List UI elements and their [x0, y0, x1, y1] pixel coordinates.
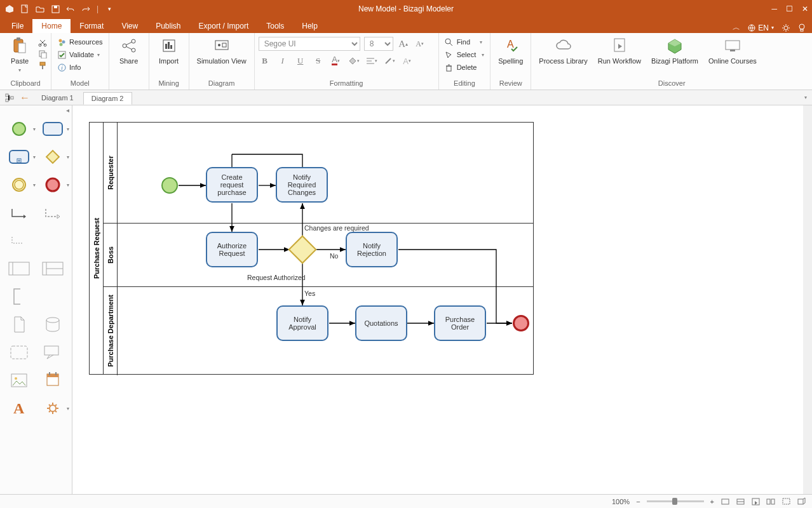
bizagi-platform-button[interactable]: Bizagi Platform: [647, 36, 702, 66]
palette-association[interactable]: [6, 231, 32, 250]
zoom-in-button[interactable]: +: [710, 498, 714, 505]
gateway-decision[interactable]: [288, 235, 316, 264]
palette-annotation[interactable]: [6, 287, 32, 306]
format-painter-icon[interactable]: [38, 61, 47, 70]
palette-group[interactable]: [6, 343, 32, 362]
diagram-tab-2[interactable]: Diagram 2: [83, 92, 132, 105]
palette-lane[interactable]: [40, 259, 65, 278]
import-button[interactable]: Import: [153, 36, 185, 66]
menu-tab-format[interactable]: Format: [71, 19, 112, 33]
palette-collapse-icon[interactable]: ◂: [63, 105, 72, 114]
language-picker[interactable]: EN ▾: [748, 23, 774, 32]
diagram-canvas[interactable]: Purchase Request Requester Boss Purchase…: [72, 105, 812, 494]
task-create-request[interactable]: Create request purchase: [206, 167, 258, 203]
palette-milestone[interactable]: [40, 371, 65, 390]
italic-icon[interactable]: I: [276, 55, 289, 67]
redo-icon[interactable]: [81, 4, 90, 13]
vertical-scrollbar[interactable]: [803, 105, 812, 494]
undo-icon[interactable]: [66, 4, 75, 13]
online-courses-button[interactable]: Online Courses: [705, 36, 761, 66]
view-mode-1-icon[interactable]: [721, 497, 729, 506]
palette-gear[interactable]: ▾: [40, 399, 65, 418]
run-workflow-button[interactable]: Run Workflow: [594, 36, 645, 66]
bpmn-end-event[interactable]: [513, 315, 529, 331]
lightbulb-icon[interactable]: [798, 23, 806, 32]
palette-data-store[interactable]: [40, 315, 65, 334]
menu-tab-tools[interactable]: Tools: [257, 19, 293, 33]
close-button[interactable]: ✕: [802, 4, 808, 13]
bpmn-pool[interactable]: Purchase Request Requester Boss Purchase…: [89, 122, 534, 375]
task-notify-reject[interactable]: Notify Rejection: [346, 232, 398, 267]
view-mode-3-icon[interactable]: [751, 497, 760, 506]
palette-message-flow[interactable]: [40, 203, 65, 222]
task-notify-changes[interactable]: Notify Required Changes: [276, 167, 328, 203]
diagram-tree-icon[interactable]: [3, 91, 17, 104]
process-library-button[interactable]: Process Library: [535, 36, 591, 66]
tabs-overflow-icon[interactable]: ▾: [804, 95, 807, 100]
resources-button[interactable]: Resources: [55, 37, 105, 47]
palette-pool[interactable]: [6, 259, 32, 278]
bpmn-start-event[interactable]: [161, 177, 178, 194]
clear-format-icon[interactable]: A▾: [401, 55, 414, 67]
diagram-tab-1[interactable]: Diagram 1: [33, 91, 82, 104]
palette-image[interactable]: [6, 371, 32, 390]
collapse-ribbon-icon[interactable]: ︿: [733, 22, 740, 33]
settings-icon[interactable]: [782, 23, 790, 32]
view-mode-4-icon[interactable]: [766, 497, 775, 506]
info-button[interactable]: i Info: [55, 62, 105, 72]
palette-start-event[interactable]: ▾: [6, 119, 32, 138]
diagram-back-icon[interactable]: ←: [18, 91, 32, 104]
cut-icon[interactable]: [38, 38, 47, 47]
palette-gateway[interactable]: ▾: [40, 147, 65, 166]
palette-task[interactable]: ▾: [40, 119, 65, 138]
menu-tab-help[interactable]: Help: [293, 19, 327, 33]
menu-file[interactable]: File: [3, 19, 32, 33]
fill-color-icon[interactable]: ▾: [348, 55, 360, 67]
delete-button[interactable]: Delete: [443, 62, 487, 72]
decrease-font-icon[interactable]: A▾: [414, 37, 426, 50]
font-color-icon[interactable]: A▾: [330, 55, 342, 67]
share-button[interactable]: Share: [113, 36, 145, 66]
new-icon[interactable]: [20, 4, 29, 13]
task-authorize[interactable]: Authorize Request: [206, 232, 258, 267]
zoom-out-button[interactable]: −: [636, 498, 640, 505]
view-mode-6-icon[interactable]: [797, 497, 806, 506]
font-family-select[interactable]: Segoe UI: [259, 37, 360, 51]
save-icon[interactable]: [51, 4, 60, 13]
increase-font-icon[interactable]: A▴: [397, 37, 410, 50]
palette-subprocess[interactable]: ▾: [6, 147, 32, 166]
underline-icon[interactable]: U: [294, 55, 307, 67]
task-notify-approval[interactable]: Notify Approval: [276, 305, 328, 341]
task-quotations[interactable]: Quotations: [355, 305, 407, 341]
bold-icon[interactable]: B: [259, 55, 271, 67]
menu-tab-publish[interactable]: Publish: [147, 19, 189, 33]
palette-data-object[interactable]: [6, 315, 32, 334]
palette-sequence-flow[interactable]: [6, 203, 32, 222]
view-mode-5-icon[interactable]: [782, 497, 790, 506]
spelling-button[interactable]: A Spelling: [494, 36, 527, 66]
menu-tab-view[interactable]: View: [112, 19, 147, 33]
task-purchase-order[interactable]: Purchase Order: [434, 305, 486, 341]
palette-end-event[interactable]: ▾: [40, 175, 65, 194]
open-icon[interactable]: [36, 4, 44, 13]
font-size-select[interactable]: 8: [364, 37, 393, 51]
palette-intermediate-event[interactable]: ▾: [6, 175, 32, 194]
qat-more-icon[interactable]: ▾: [105, 4, 114, 13]
line-color-icon[interactable]: ▾: [383, 55, 396, 67]
paste-button[interactable]: Paste ▾: [4, 36, 36, 74]
zoom-slider[interactable]: [647, 500, 704, 502]
copy-icon[interactable]: [38, 50, 47, 58]
minimize-button[interactable]: ─: [771, 4, 777, 13]
align-icon[interactable]: ▾: [365, 55, 378, 67]
strike-icon[interactable]: S: [312, 55, 325, 67]
menu-tab-export[interactable]: Export / Import: [190, 19, 258, 33]
menu-tab-home[interactable]: Home: [32, 19, 71, 33]
select-button[interactable]: Select ▾: [443, 50, 487, 60]
view-mode-2-icon[interactable]: [736, 497, 745, 506]
simulation-button[interactable]: Simulation View: [193, 36, 250, 66]
palette-text[interactable]: A: [6, 399, 32, 418]
palette-callout[interactable]: [40, 343, 65, 362]
find-button[interactable]: Find ▾: [443, 37, 487, 47]
maximize-button[interactable]: ☐: [786, 4, 793, 13]
validate-button[interactable]: Validate ▾: [55, 50, 105, 60]
